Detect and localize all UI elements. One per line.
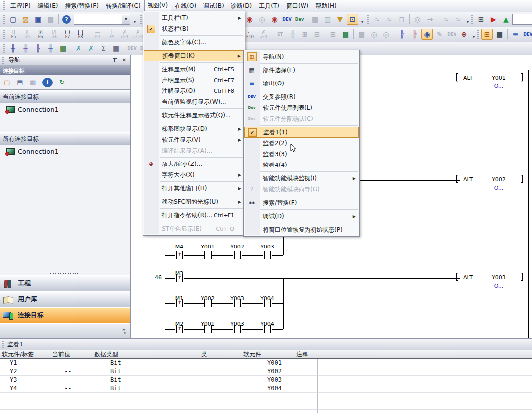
submenu-item-r[interactable]: DEV交叉参照(R) xyxy=(244,91,359,102)
component-select-icon[interactable]: ▦ xyxy=(494,29,505,40)
view-menu-item-d[interactable]: 梯形图块显示(D)▶ xyxy=(144,123,244,134)
row-delete-icon[interactable]: ⊟ xyxy=(311,29,323,40)
simulation-icon[interactable]: ⊞ xyxy=(475,14,487,25)
toolbar-overflow-button[interactable]: ▾ xyxy=(471,28,477,41)
watch-row-empty[interactable] xyxy=(0,393,532,401)
menubar-item-v[interactable]: 视图(V) xyxy=(144,0,172,12)
panel-tab-item[interactable]: 用户库 xyxy=(0,291,130,307)
contact-Y001[interactable] xyxy=(204,251,212,260)
watch-row-empty[interactable] xyxy=(0,410,532,413)
menubar-item-w[interactable]: 窗口(W) xyxy=(283,0,312,12)
zoom-in-icon[interactable]: ⊕ xyxy=(458,29,470,40)
panel-tab-item[interactable]: 连接目标 xyxy=(0,307,130,323)
view-menu-item-x[interactable]: 字符大小(X)▶ xyxy=(144,169,244,180)
list-display-icon[interactable]: ╠ xyxy=(396,29,408,40)
open-contact-button[interactable]: ⊣⊢F5 xyxy=(7,28,20,41)
watch-row-y3[interactable]: Y3--BitY003 xyxy=(0,376,532,384)
device-comment-edit-icon[interactable]: ▤ xyxy=(340,29,351,40)
submenu-item-o[interactable]: ≡输出(O) xyxy=(244,78,359,89)
wave-compare-icon[interactable]: ≈ xyxy=(453,14,464,25)
watch-row-y1[interactable]: Y1--BitY001 xyxy=(0,359,532,367)
submenu-item-l[interactable]: Dev软元件使用列表(L) xyxy=(244,102,359,113)
open-folder-icon[interactable]: ▨ xyxy=(20,14,31,25)
coil-button[interactable]: ( )F7 xyxy=(61,28,74,41)
view-menu-item-z[interactable]: ⊕放大/缩小(Z)... xyxy=(144,159,244,169)
panel-splitter-handle[interactable] xyxy=(0,271,130,275)
new-connection-icon[interactable]: ▢ xyxy=(2,78,12,87)
delete-line-af9-button[interactable]: ✗aF9 xyxy=(257,28,270,41)
sampling-trace-icon[interactable]: ≈ xyxy=(371,14,382,25)
menubar-item-h[interactable]: 帮助(H) xyxy=(312,0,340,12)
find-contact-icon[interactable]: ◉ xyxy=(244,14,255,25)
view-menu-item-r[interactable]: 打开指令帮助(R)...Ctrl+F1 xyxy=(144,210,244,221)
copy-connection-icon[interactable]: ▤ xyxy=(15,78,25,87)
branch-insert-icon[interactable]: ╬ xyxy=(287,29,298,40)
menubar-item-d[interactable]: 诊断(D) xyxy=(228,0,256,12)
navigation-window-icon[interactable]: ⊞ xyxy=(481,29,493,40)
pulse-output-icon[interactable]: ⊓ xyxy=(396,14,407,25)
menubar-item-t[interactable]: 工具(T) xyxy=(255,0,283,12)
sigma-check-icon[interactable]: Σ xyxy=(98,43,109,54)
toolbar-overflow-button[interactable]: ▾ xyxy=(465,13,471,26)
toolbar-overflow-button[interactable]: ▾ xyxy=(359,13,365,26)
combobox-dropdown-icon[interactable]: ▼ xyxy=(122,15,130,24)
find-device-icon[interactable]: ◎ xyxy=(256,14,268,25)
new-document-icon[interactable]: ▢ xyxy=(7,14,19,25)
batch-find-icon[interactable]: ◉ xyxy=(269,14,280,25)
watch-column-header-1[interactable]: 软元件/标签 xyxy=(0,350,50,359)
write-mode-icon[interactable]: ✎ xyxy=(434,29,445,40)
row-insert-icon[interactable]: ⊞ xyxy=(299,29,310,40)
menubar-item-c[interactable]: 转换/编译(C) xyxy=(102,0,144,12)
panel-tab-item[interactable]: 工程 xyxy=(0,275,130,291)
ladder-block-merge-icon[interactable]: ╫ xyxy=(20,43,31,54)
horizontal-line-button[interactable]: —F9 xyxy=(91,28,104,41)
step-run-icon[interactable]: ╟ xyxy=(32,43,44,54)
view-menu-item-k[interactable]: 折叠窗口(K)▶ xyxy=(144,50,244,61)
submenu-item-4[interactable]: 监看4(4) xyxy=(244,160,359,170)
print-icon[interactable]: ▤ xyxy=(45,14,56,25)
edit-ladder-icon[interactable]: ╠ xyxy=(409,29,420,40)
watch-row-y2[interactable]: Y2--BitY002 xyxy=(0,367,532,376)
program-check-icon[interactable]: ✗ xyxy=(73,43,84,54)
help-icon[interactable]: ? xyxy=(62,15,71,24)
pin-icon[interactable] xyxy=(111,56,119,64)
watch-register-icon[interactable]: ▤ xyxy=(57,43,69,54)
cross-reference-icon[interactable]: DEV xyxy=(281,14,293,25)
device-batch-icon[interactable]: DEV xyxy=(126,43,138,54)
view-menu-item-m[interactable]: 注释显示(M)Ctrl+F5 xyxy=(144,64,244,75)
view-menu-item-a[interactable]: 编译结果显示(A)... xyxy=(144,145,244,156)
find-statement-icon[interactable]: ◎ xyxy=(368,29,380,40)
error-check-icon[interactable]: ▲ xyxy=(500,14,512,25)
find-note-icon[interactable]: ◎ xyxy=(380,29,392,40)
connection-item[interactable]: Connection1 xyxy=(0,103,130,115)
horizontal-line-f10-button[interactable]: ⌐F10 xyxy=(243,28,257,41)
submenu-item-e[interactable]: ▦部件选择(E) xyxy=(244,65,359,76)
connection-info-icon[interactable]: i xyxy=(42,78,53,87)
submenu-item-3[interactable]: 监看3(3) xyxy=(244,149,359,160)
connection-item[interactable]: Connection1 xyxy=(0,145,130,157)
submenu-item-g[interactable]: ?智能功能模块向导(G) xyxy=(244,184,359,195)
watch-column-header-2[interactable]: 当前值 xyxy=(50,350,92,359)
menubar-item-f[interactable]: 搜索/替换(F) xyxy=(62,0,102,12)
contact-M4[interactable]: ↑ xyxy=(175,251,184,260)
submenu-item-c[interactable]: Dev软元件分配确认(C) xyxy=(244,113,359,124)
address-combobox[interactable]: ▼ xyxy=(74,14,130,25)
watch-column-header-4[interactable]: 类 xyxy=(199,350,241,359)
watch-row-empty[interactable] xyxy=(0,401,532,410)
device-list-icon[interactable]: Dev xyxy=(294,14,305,25)
view-menu-item-c[interactable]: 颜色及字体(C)... xyxy=(144,37,244,48)
refresh-icon[interactable]: ↻ xyxy=(57,78,67,87)
st-block-icon[interactable]: ST xyxy=(274,29,286,40)
view-menu-item-t[interactable]: 工具栏(T)▶ xyxy=(144,12,244,23)
view-menu-item-v[interactable]: 软元件显示(V)▶ xyxy=(144,134,244,145)
statement-icon[interactable]: ▤ xyxy=(309,14,321,25)
trace-setting-icon[interactable]: ≈ xyxy=(383,14,395,25)
menubar-item-p[interactable]: 工程(P) xyxy=(7,0,34,12)
view-menu-item-o[interactable]: 注解显示(O)Ctrl+F8 xyxy=(144,85,244,96)
output-window-icon[interactable]: ≡ xyxy=(510,29,521,40)
panel-grip[interactable] xyxy=(2,341,4,348)
table-check-icon[interactable]: ▦ xyxy=(110,43,122,54)
statement-insert-icon[interactable]: ▼ xyxy=(334,14,346,25)
watch-column-header-6[interactable]: 注释 xyxy=(294,350,346,359)
delete-horizontal-line-button[interactable]: ✗cF9 xyxy=(118,28,131,41)
